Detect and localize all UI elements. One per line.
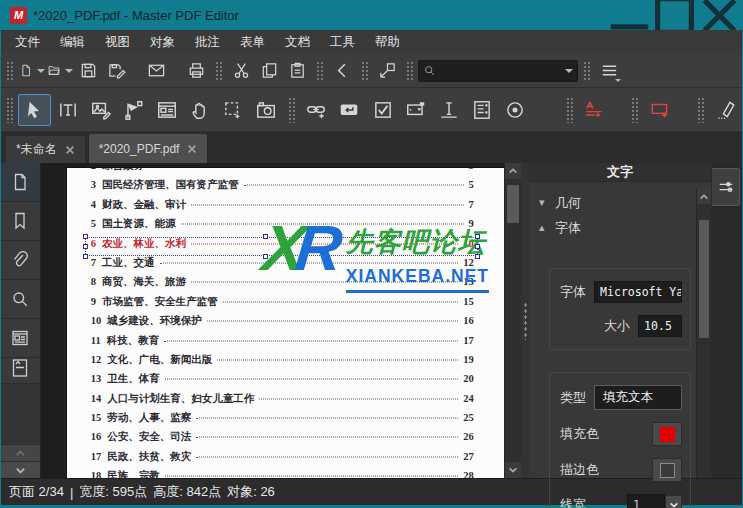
checkbox-field-button[interactable]: [366, 94, 399, 126]
selection-handle[interactable]: [83, 244, 88, 249]
rect-annotation-button[interactable]: [643, 94, 676, 126]
scroll-up-button[interactable]: [505, 163, 521, 179]
menu-item[interactable]: 文档: [275, 30, 320, 54]
menu-item[interactable]: 表单: [230, 30, 275, 54]
panel-scrollbar-thumb[interactable]: [699, 220, 709, 338]
toc-row[interactable]: 13 卫生、体育 20: [91, 372, 474, 391]
selection-handle[interactable]: [263, 234, 268, 239]
new-document-button[interactable]: [18, 58, 46, 84]
snapshot-button[interactable]: [250, 94, 283, 126]
sidebar-form-fields-button[interactable]: [1, 319, 40, 358]
toolbar-grip[interactable]: [406, 61, 413, 81]
sidebar-attachments-button[interactable]: [1, 241, 40, 280]
edit-path-button[interactable]: [117, 94, 150, 126]
tab-close-icon[interactable]: [187, 144, 197, 154]
section-font[interactable]: ▴ 字体: [539, 215, 691, 240]
toolbar-grip[interactable]: [316, 61, 323, 81]
toc-row[interactable]: 9 市场监管、安全生产监管 15: [91, 295, 474, 314]
sidebar-scroll-up-button[interactable]: [1, 444, 40, 461]
radio-field-button[interactable]: [499, 94, 532, 126]
open-folder-button[interactable]: [46, 58, 74, 84]
eraser-button[interactable]: [709, 94, 742, 126]
select-button[interactable]: [18, 94, 51, 126]
sidebar-signature-button[interactable]: [1, 358, 40, 384]
listbox-field-button[interactable]: [465, 94, 498, 126]
menu-item[interactable]: 批注: [185, 30, 230, 54]
save-as-button[interactable]: [102, 58, 130, 84]
toc-row[interactable]: 15 劳动、人事、监察 25: [91, 411, 474, 430]
font-size-field[interactable]: 10.5: [638, 315, 682, 337]
search-dropdown-caret[interactable]: [565, 69, 573, 73]
menu-item[interactable]: 文件: [5, 30, 50, 54]
toc-row[interactable]: 16 公安、安全、司法 26: [91, 430, 474, 449]
search-box[interactable]: [418, 60, 578, 82]
toolbar-grip[interactable]: [6, 61, 13, 81]
section-geometry[interactable]: ▾ 几何: [539, 190, 691, 215]
combobox-field-button[interactable]: [399, 94, 432, 126]
toc-row[interactable]: 2 综合政务 3: [91, 168, 474, 178]
toc-row[interactable]: 3 国民经济管理、国有资产监管 5: [91, 178, 474, 197]
toolbar-grip[interactable]: [361, 61, 368, 81]
edit-image-button[interactable]: [84, 94, 117, 126]
print-button[interactable]: [182, 58, 210, 84]
menu-button[interactable]: [595, 58, 623, 84]
document-tab[interactable]: *未命名: [5, 135, 86, 163]
back-button[interactable]: [328, 58, 356, 84]
toc-row[interactable]: 17 民政、扶贫、救灾 27: [91, 450, 474, 469]
text-field-button[interactable]: [432, 94, 465, 126]
selection-handle[interactable]: [83, 234, 88, 239]
select-area-button[interactable]: [217, 94, 250, 126]
dropdown-caret[interactable]: [37, 69, 45, 73]
menu-item[interactable]: 对象: [140, 30, 185, 54]
selection-handle[interactable]: [475, 244, 480, 249]
toolbar-grip[interactable]: [631, 97, 638, 123]
selection-handle[interactable]: [475, 234, 480, 239]
sidebar-pages-button[interactable]: [1, 163, 40, 202]
toolbar-grip[interactable]: [566, 97, 573, 123]
menu-item[interactable]: 视图: [95, 30, 140, 54]
menu-item[interactable]: 帮助: [365, 30, 410, 54]
toc-row[interactable]: 12 文化、广电、新闻出版 19: [91, 353, 474, 372]
splitter-grip[interactable]: [524, 302, 527, 340]
scrollbar-track[interactable]: [505, 179, 521, 462]
hand-button[interactable]: [184, 94, 217, 126]
toolbar-grip[interactable]: [288, 97, 295, 123]
tab-close-icon[interactable]: [65, 145, 75, 155]
minimize-button[interactable]: [607, 0, 652, 30]
object-inspector-tab[interactable]: [712, 168, 740, 206]
maximize-button[interactable]: [652, 0, 697, 30]
add-link-button[interactable]: [300, 94, 333, 126]
selection-handle[interactable]: [263, 254, 268, 259]
paste-button[interactable]: [283, 58, 311, 84]
type-dropdown[interactable]: 填充文本: [594, 385, 682, 410]
close-button[interactable]: [697, 0, 742, 30]
sidebar-scroll-down-button[interactable]: [1, 461, 40, 478]
toolbar-grip[interactable]: [697, 97, 704, 123]
toc-row[interactable]: 11 科技、教育 17: [91, 334, 474, 353]
edit-forms-button[interactable]: [150, 94, 183, 126]
toolbar-grip[interactable]: [583, 61, 590, 81]
copy-button[interactable]: [255, 58, 283, 84]
toolbar-grip[interactable]: [215, 61, 222, 81]
panel-splitter[interactable]: [521, 163, 529, 478]
selection-handle[interactable]: [83, 254, 88, 259]
dropdown-caret[interactable]: [65, 69, 73, 73]
line-width-dropdown[interactable]: [665, 495, 682, 508]
fill-color-button[interactable]: [652, 422, 682, 446]
font-name-field[interactable]: Microsoft YaHei: [594, 281, 682, 303]
sidebar-search-doc-button[interactable]: [1, 280, 40, 319]
toc-row[interactable]: 14 人口与计划生育、妇女儿童工作 24: [91, 392, 474, 411]
email-button[interactable]: [142, 58, 170, 84]
push-button-field-button[interactable]: [333, 94, 366, 126]
fit-page-button[interactable]: [373, 58, 401, 84]
panel-scroll-up-button[interactable]: [697, 189, 711, 204]
menu-item[interactable]: 工具: [320, 30, 365, 54]
scroll-down-button[interactable]: [505, 462, 521, 478]
text-annotation-button[interactable]: [578, 94, 611, 126]
stroke-color-button[interactable]: [652, 458, 682, 482]
menu-item[interactable]: 编辑: [50, 30, 95, 54]
cut-button[interactable]: [227, 58, 255, 84]
line-width-field[interactable]: 1: [627, 494, 665, 508]
search-input[interactable]: [436, 64, 561, 78]
save-button[interactable]: [74, 58, 102, 84]
